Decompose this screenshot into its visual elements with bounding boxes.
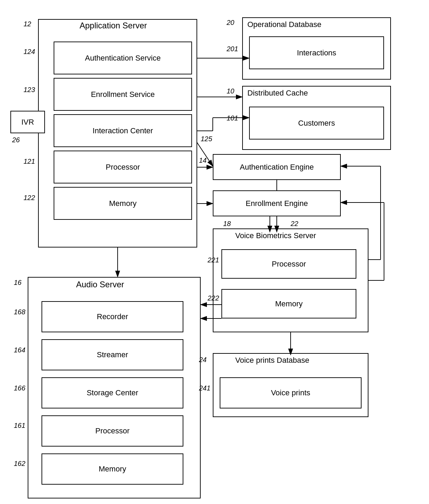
enroll-service-label: Enrollment Service [91,90,155,99]
ivr-id: 26 [12,136,20,144]
auth-service-id: 124 [24,48,35,56]
auth-service-box: Authentication Service [54,42,192,74]
processor-app-id: 121 [24,158,35,165]
processor-app-label: Processor [106,163,140,172]
storage-center-id: 166 [14,384,25,392]
audio-server-id: 16 [14,279,21,287]
label-125: 125 [201,135,212,143]
processor-vbs-label: Processor [272,260,306,269]
interaction-center-box: Interaction Center [54,114,192,147]
voiceprints-db-id: 24 [199,356,207,364]
auth-engine-box: Authentication Engine [213,154,341,180]
enroll-engine-box: Enrollment Engine [213,190,341,216]
ivr-box: IVR [10,111,45,133]
voiceprints-label: Voice prints [271,388,310,397]
voiceprints-id: 241 [199,384,210,392]
customers-label: Customers [298,119,335,128]
storage-center-label: Storage Center [86,388,138,397]
recorder-id: 168 [14,308,25,316]
memory-audio-box: Memory [42,453,183,485]
vbs-id: 22 [291,220,298,228]
processor-app-box: Processor [54,151,192,183]
processor-audio-box: Processor [42,415,183,447]
ivr-label: IVR [21,118,34,127]
processor-audio-id: 161 [14,422,25,430]
auth-service-label: Authentication Service [85,54,161,63]
op-db-id: 20 [227,19,234,27]
streamer-label: Streamer [97,350,128,359]
memory-audio-id: 162 [14,460,25,468]
interactions-box: Interactions [249,36,384,69]
audio-server-title: Audio Server [76,280,124,289]
app-server-title: Application Server [80,21,147,30]
recorder-box: Recorder [42,301,183,332]
diagram: 12 Application Server Authentication Ser… [0,0,429,504]
dist-cache-title: Distributed Cache [247,89,308,98]
vbs-title: Voice Biometrics Server [235,231,316,240]
memory-vbs-box: Memory [221,289,356,318]
customers-box: Customers [249,107,384,140]
enroll-service-id: 123 [24,86,35,94]
auth-engine-label: Authentication Engine [240,163,314,172]
app-server-id: 12 [24,20,31,28]
streamer-box: Streamer [42,339,183,370]
voiceprints-box: Voice prints [220,377,362,408]
interactions-id: 201 [227,45,238,53]
processor-vbs-id: 221 [208,256,219,264]
voiceprints-db-title: Voice prints Database [235,356,309,365]
customers-id: 101 [227,114,238,122]
memory-vbs-id: 222 [208,294,219,302]
memory-vbs-label: Memory [275,299,302,308]
memory-audio-label: Memory [99,465,126,474]
recorder-label: Recorder [97,312,128,321]
dist-cache-id: 10 [227,87,234,95]
processor-audio-label: Processor [95,426,129,435]
enroll-engine-id: 18 [223,220,231,228]
storage-center-box: Storage Center [42,377,183,408]
enroll-engine-label: Enrollment Engine [246,199,308,208]
interactions-label: Interactions [297,48,336,57]
streamer-id: 164 [14,346,25,354]
interaction-center-label: Interaction Center [93,126,153,135]
op-db-title: Operational Database [247,20,321,29]
memory-app-box: Memory [54,187,192,220]
auth-engine-id: 14 [199,156,207,164]
memory-app-label: Memory [109,199,136,208]
enroll-service-box: Enrollment Service [54,78,192,111]
processor-vbs-box: Processor [221,249,356,279]
memory-app-id: 122 [24,194,35,202]
